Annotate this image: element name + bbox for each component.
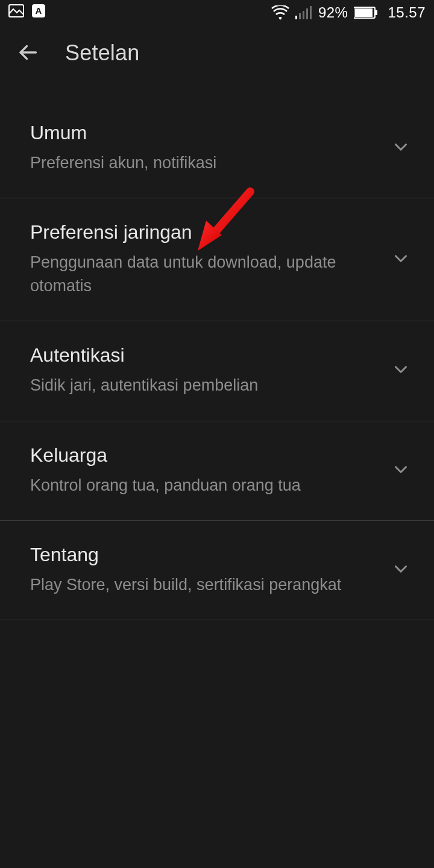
svg-rect-4 [295, 16, 297, 19]
setting-item-family[interactable]: Keluarga Kontrol orang tua, panduan oran… [0, 421, 434, 521]
status-bar: A 92% [0, 0, 434, 25]
cell-signal-icon [295, 6, 312, 19]
chevron-down-icon [391, 248, 411, 271]
setting-item-network[interactable]: Preferensi jaringan Penggunaan data untu… [0, 198, 434, 321]
chevron-down-icon [391, 359, 411, 382]
svg-rect-7 [306, 8, 308, 19]
svg-rect-5 [299, 13, 301, 19]
chevron-down-icon [391, 137, 411, 160]
battery-icon [354, 7, 378, 19]
setting-subtitle: Sidik jari, autentikasi pembelian [30, 374, 379, 397]
battery-percent: 92% [318, 4, 348, 21]
page-title: Setelan [65, 40, 140, 66]
svg-rect-8 [310, 6, 312, 19]
chevron-down-icon [391, 459, 411, 482]
back-button[interactable] [14, 40, 41, 66]
svg-rect-10 [355, 8, 373, 17]
settings-list: Umum Preferensi akun, notifikasi Prefere… [0, 81, 434, 620]
status-clock: 15.57 [388, 4, 426, 21]
setting-subtitle: Kontrol orang tua, panduan orang tua [30, 474, 379, 497]
svg-rect-11 [376, 10, 377, 15]
svg-rect-6 [303, 11, 304, 19]
setting-item-auth[interactable]: Autentikasi Sidik jari, autentikasi pemb… [0, 321, 434, 421]
setting-title: Keluarga [30, 444, 379, 467]
svg-marker-3 [278, 17, 282, 20]
setting-item-about[interactable]: Tentang Play Store, versi build, sertifi… [0, 521, 434, 620]
setting-title: Preferensi jaringan [30, 221, 379, 244]
header: Setelan [0, 25, 434, 81]
setting-item-general[interactable]: Umum Preferensi akun, notifikasi [0, 99, 434, 198]
chevron-down-icon [391, 559, 411, 582]
svg-text:A: A [36, 5, 42, 16]
arrow-left-icon [17, 42, 39, 65]
setting-subtitle: Preferensi akun, notifikasi [30, 151, 379, 175]
wifi-icon [271, 5, 289, 20]
setting-title: Tentang [30, 544, 379, 566]
setting-title: Autentikasi [30, 344, 379, 366]
gallery-icon [8, 4, 24, 21]
setting-subtitle: Penggunaan data untuk download, update o… [30, 251, 379, 298]
setting-title: Umum [30, 122, 379, 144]
setting-subtitle: Play Store, versi build, sertifikasi per… [30, 573, 379, 597]
app-badge-icon: A [31, 4, 46, 22]
